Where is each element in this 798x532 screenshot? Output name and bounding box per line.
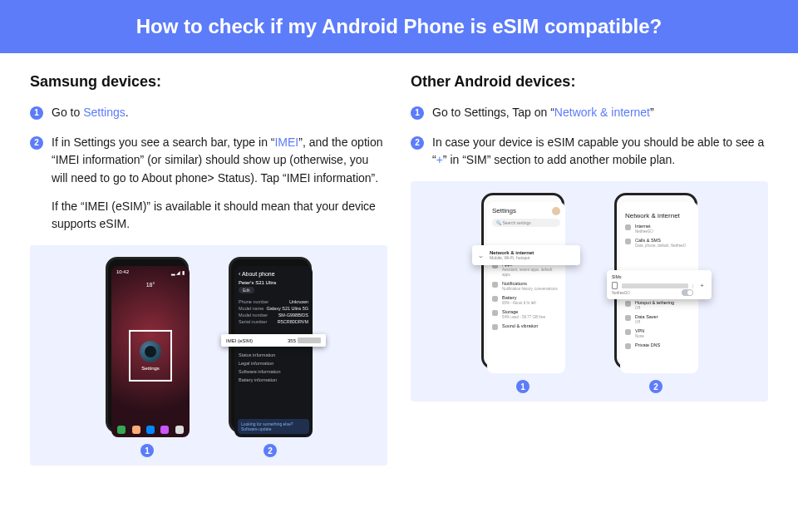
search-settings: 🔍 Search settings [492,219,560,227]
other-column: Other Android devices: 1 Go to Settings,… [411,73,768,466]
sublabel: 65% - About 6 hr left [502,301,536,305]
screenshot-badge: 1 [140,444,154,457]
list-item: Legal information [239,361,308,366]
samsung-heading: Samsung devices: [30,73,387,91]
add-sim-plus: + [697,282,707,289]
step-number-badge: 1 [411,106,424,120]
network-internet-callout: ⌵ Network & internetMobile, Wi-Fi, hotsp… [472,245,580,265]
storage-icon [492,310,498,316]
samsung-step-2: 2 If in Settings you see a search bar, t… [30,134,387,234]
label: Calls & SMS [635,238,686,243]
sound-icon [492,324,498,330]
about-phone-title: ‹ About phone [239,271,308,277]
imei-label: IMEI (eSIM) [226,338,253,343]
label: Data Saver [635,314,658,319]
gear-icon [140,341,161,362]
dns-icon [625,343,631,349]
sublabel: Off [635,320,640,324]
label: Internet [635,224,653,229]
imei-esim-callout: IMEI (eSIM) 355 [221,334,326,347]
page-header: How to check if my Android Phone is eSIM… [0,0,798,53]
settings-title: Settings [492,207,560,214]
network-title: Network & internet [625,212,693,219]
text: Go to [52,106,83,119]
imei-link[interactable]: IMEI [274,135,298,149]
settings-label: Settings [141,366,160,371]
screenshot-other-1: Settings 🔍 Search settings ⌵ Network & i… [481,193,564,393]
list-item: Software information [239,369,308,374]
label: Phone number [239,299,268,304]
app-dock [111,426,190,434]
notifications-icon [492,282,498,288]
status-bar: 10:42▂ ◢ ▮ [111,266,190,278]
text: About phone [242,271,275,277]
about-list: Status information Legal information Sof… [239,352,308,382]
text: ” in “SIM” section to add another mobile… [443,153,675,166]
other-step-2: 2 In case your device is eSIM capable yo… [411,134,768,170]
screenshot-samsung-2: ‹ About phone Peter's S21 Ultra Edit Pho… [229,257,312,457]
samsung-step-1: 1 Go to Settings. [30,104,387,122]
screenshot-other-2: Network & internet InternetNetfreeGO Cal… [614,193,697,393]
datasaver-icon [625,315,631,321]
network-internet-link[interactable]: Network & internet [554,106,650,119]
label: Model name [239,306,264,311]
label: Serial number [239,319,267,324]
screenshot-badge: 2 [264,444,277,457]
screenshot-samsung-1: 10:42▂ ◢ ▮ 18° Settings 1 [106,257,189,457]
label: Battery [502,295,536,300]
value: R5CR80DRVM [278,319,308,324]
weather-widget: 18° [111,282,190,288]
text: . [126,106,129,119]
text: ” [650,106,654,119]
other-heading: Other Android devices: [411,73,768,91]
profile-avatar [552,207,560,215]
samsung-gallery: 10:42▂ ◢ ▮ 18° Settings 1 [30,245,387,466]
label: VPN [635,328,644,333]
settings-icon-highlight: Settings [129,330,172,382]
internet-icon [625,224,631,230]
list-item: Status information [239,352,308,357]
other-step-1: 1 Go to Settings, Tap on “Network & inte… [411,104,768,122]
hotspot-icon [625,301,631,307]
redacted [298,337,321,343]
value: Unknown [289,299,308,304]
phone-mock: Settings 🔍 Search settings ⌵ Network & i… [481,193,564,369]
list-item: Battery information [239,377,308,382]
page-title: How to check if my Android Phone is eSIM… [136,15,663,37]
redacted [622,283,688,288]
sublabel: 54% used - 58.77 GB free [502,315,545,319]
sim-icon [612,282,618,289]
settings-link[interactable]: Settings [83,106,126,119]
step-number-badge: 2 [30,136,43,150]
sublabel: Data, phone, default, NetfreeO [635,244,686,248]
text: Go to Settings, Tap on “ [432,106,554,119]
back-icon: ‹ [239,271,240,277]
label: Notifications [502,281,558,286]
status-icons: ▂ ◢ ▮ [171,269,185,275]
label: Storage [502,309,545,314]
step-body: In case your device is eSIM capable you … [432,134,768,170]
label: Sound & vibration [502,323,538,328]
other-steps: 1 Go to Settings, Tap on “Network & inte… [411,104,768,170]
clock: 10:42 [116,269,129,275]
sublabel: Notification history, conversations [502,287,558,291]
sims-callout: SIMs | + NetfreeGO [607,270,712,299]
phone-mock: ‹ About phone Peter's S21 Ultra Edit Pho… [229,257,312,433]
screenshot-badge: 2 [649,380,663,393]
step-body: Go to Settings. [52,104,387,122]
battery-icon [492,296,498,302]
phone-mock: 10:42▂ ◢ ▮ 18° Settings [106,257,189,433]
plus-link[interactable]: + [436,153,443,166]
sims-label: SIMs [612,274,707,279]
step-body: If in Settings you see a search bar, typ… [52,134,387,234]
device-name: Peter's S21 Ultra [239,280,308,285]
calls-icon [625,239,631,244]
vpn-icon [625,329,631,335]
phone-mock: Network & internet InternetNetfreeGO Cal… [614,193,697,369]
value: SM-G998B/DS [278,313,308,318]
wifi-icon: ⌵ [479,252,483,259]
airplane-toggle [682,289,693,296]
sublabel: Mobile, Wi-Fi, hotspot [490,255,530,260]
sublabel: None [635,334,644,338]
label: Hotspot & tethering [635,300,674,305]
